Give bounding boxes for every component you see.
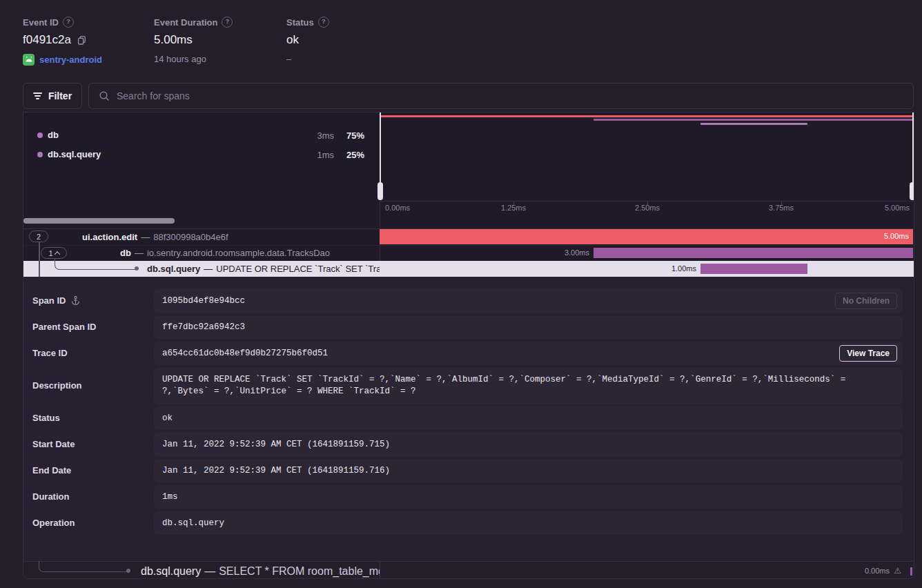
span-detail-page: Event ID ? f0491c2a sentry-android Event…: [0, 0, 922, 588]
separator: —: [204, 565, 215, 578]
detail-label-parent-span-id: Parent Span ID: [32, 322, 96, 332]
tree-connector: [39, 561, 129, 572]
legend-percent: 75%: [346, 130, 364, 141]
minimap-bar-db-sql-query: [700, 123, 807, 125]
span-description: io.sentry.android.roomsample.data.Tracks…: [147, 248, 330, 258]
legend-op: db.sql.query: [48, 149, 101, 159]
filter-icon: [33, 92, 42, 99]
status-column: Status ? ok –: [286, 17, 329, 64]
detail-value-end-date: Jan 11, 2022 9:52:39 AM CET (1641891159.…: [154, 459, 903, 482]
span-duration: 0.00ms: [865, 567, 890, 575]
copy-icon[interactable]: [77, 35, 87, 46]
android-project-icon: [23, 54, 35, 66]
legend-duration: 3ms: [317, 130, 334, 141]
span-bar: [910, 567, 912, 576]
minimap-bar-db: [594, 119, 913, 121]
detail-label-description: Description: [32, 380, 82, 391]
status-value: ok: [286, 33, 299, 47]
axis-tick-label: 2.50ms: [627, 204, 668, 212]
axis-tick-label: 1.25ms: [493, 204, 534, 212]
span-bar: [594, 248, 913, 258]
span-op: db.sql.query: [147, 264, 200, 274]
event-duration-ago: 14 hours ago: [154, 54, 206, 64]
legend-percent: 25%: [346, 150, 364, 160]
event-id-value: f0491c2a: [23, 33, 71, 47]
axis-tick-label: 3.75ms: [761, 204, 802, 212]
filter-button[interactable]: Filter: [23, 83, 82, 109]
tree-connector-dot: [135, 266, 139, 271]
children-count-pill[interactable]: 1: [41, 247, 67, 259]
spans-widget: db 3ms 75% db.sql.query 1ms 25% 0.00ms 1…: [23, 112, 914, 579]
chevron-up-icon: [54, 251, 59, 257]
span-row-db-sql-query-selected[interactable]: db.sql.query — UPDATE OR REPLACE `Track`…: [23, 261, 914, 277]
separator: —: [135, 248, 144, 258]
detail-label-trace-id: Trace ID: [32, 348, 68, 358]
help-icon[interactable]: ?: [318, 17, 329, 28]
span-row-db-sql-query-select[interactable]: db.sql.query — SELECT * FROM room_table_…: [23, 561, 914, 579]
span-row-ui-action-edit[interactable]: 2 ui.action.edit — 88f300998a0b4e6f 5.00…: [23, 228, 914, 246]
axis-tick-label: 5.00ms: [885, 204, 910, 212]
detail-value-description: UPDATE OR REPLACE `Track` SET `TrackId` …: [154, 368, 903, 404]
span-op: ui.action.edit: [82, 232, 137, 242]
project-link[interactable]: sentry-android: [39, 55, 102, 65]
span-details-panel: Span ID 1095bd4ef8e94bcc No Children Par…: [23, 277, 914, 561]
panel-divider: [380, 561, 380, 579]
children-count: 2: [37, 233, 41, 241]
event-id-label: Event ID: [23, 17, 59, 28]
event-duration-label: Event Duration: [154, 17, 217, 28]
status-sub: –: [286, 54, 291, 64]
detail-value-status: ok: [154, 406, 903, 430]
span-description: SELECT * FROM room_table_modification_lo…: [219, 565, 380, 578]
anchor-icon[interactable]: [70, 295, 81, 306]
minimap-right-handle[interactable]: [910, 182, 914, 200]
legend-op: db: [48, 130, 59, 140]
help-icon[interactable]: ?: [63, 17, 74, 28]
tree-connector-dot: [126, 569, 130, 573]
detail-value-operation: db.sql.query: [154, 511, 903, 535]
warning-icon: ⚠: [894, 566, 901, 576]
children-count-pill[interactable]: 2: [29, 231, 48, 242]
detail-label-operation: Operation: [32, 518, 75, 528]
separator: —: [204, 264, 213, 274]
separator: —: [141, 232, 150, 242]
tree-connector: [55, 259, 137, 270]
span-bar: [380, 229, 913, 244]
legend-dot: [37, 152, 43, 157]
detail-value-start-date: Jan 11, 2022 9:52:39 AM CET (1641891159.…: [154, 433, 903, 456]
detail-value-parent-span-id: ffe7dbc92a6942c3: [154, 315, 903, 339]
span-duration: 5.00ms: [884, 232, 909, 240]
detail-value-duration: 1ms: [154, 485, 903, 509]
detail-label-end-date: End Date: [32, 465, 71, 476]
legend-row-db[interactable]: db 3ms 75%: [23, 128, 380, 143]
span-bar: [700, 264, 807, 274]
span-row-db[interactable]: 1 db — io.sentry.android.roomsample.data…: [23, 245, 914, 262]
detail-label-text: Span ID: [32, 295, 66, 306]
filter-button-label: Filter: [48, 90, 72, 101]
span-description: 88f300998a0b4e6f: [153, 232, 228, 242]
horizontal-scrollbar-thumb[interactable]: [23, 218, 175, 224]
detail-label-start-date: Start Date: [32, 439, 75, 449]
span-op: db.sql.query: [141, 565, 201, 578]
legend-row-db-sql-query[interactable]: db.sql.query 1ms 25%: [23, 147, 380, 162]
legend-duration: 1ms: [317, 150, 334, 160]
legend-dot: [37, 133, 43, 138]
span-duration: 3.00ms: [565, 248, 589, 257]
event-id-label-row: Event ID ?: [23, 17, 102, 28]
tree-connector-line: [39, 242, 40, 277]
help-icon[interactable]: ?: [222, 17, 233, 28]
search-input[interactable]: [89, 84, 913, 108]
span-description: UPDATE OR REPLACE `Track` SET `TrackId` …: [216, 264, 380, 274]
span-search: [88, 83, 914, 109]
detail-label-status: Status: [32, 413, 60, 423]
view-trace-button[interactable]: View Trace: [839, 345, 897, 362]
detail-value-trace-id: a654cc61dc0b48ef9d0b27275b6f0d51: [154, 342, 903, 365]
minimap-left-handle[interactable]: [377, 182, 383, 200]
minimap-left-handle-line: [380, 112, 381, 184]
minimap-bar-root: [380, 115, 913, 117]
scrollbar-row: [23, 213, 914, 229]
event-duration-value: 5.00ms: [154, 33, 193, 47]
detail-label-duration: Duration: [32, 491, 69, 502]
children-count: 1: [48, 249, 52, 257]
detail-value-span-id: 1095bd4ef8e94bcc: [154, 289, 903, 313]
span-op: db: [120, 248, 131, 258]
